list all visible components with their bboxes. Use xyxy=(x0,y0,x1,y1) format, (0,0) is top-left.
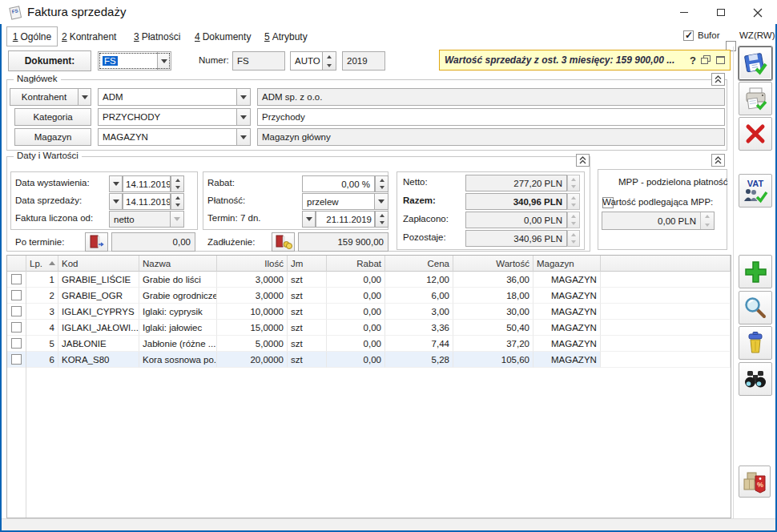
data-wystawienia-calendar-button[interactable] xyxy=(109,175,123,192)
cell-lp: 6 xyxy=(26,352,58,368)
kontrahent-code-value: ADM xyxy=(99,92,236,102)
row-checkbox[interactable] xyxy=(11,354,22,365)
table-row-selected[interactable]: 6 KORA_S80 Kora sosnowa po... 20,0000 sz… xyxy=(7,352,731,368)
assistant-text: Wartość sprzedaży z ost. 3 miesięcy: 159… xyxy=(445,54,685,66)
rabat-field[interactable]: 0,00 % xyxy=(302,175,375,192)
tab-platnosci[interactable]: 3Płatności xyxy=(134,31,180,42)
data-sprzedazy-spinner[interactable] xyxy=(171,193,184,210)
mpp-collapse-button[interactable] xyxy=(711,154,725,167)
zaplacono-label: Zapłacono: xyxy=(403,214,449,224)
print-button[interactable] xyxy=(739,82,772,115)
tab-ogolne[interactable]: 1Ogólne xyxy=(6,26,58,46)
zadluzenie-button[interactable] xyxy=(272,232,295,252)
bufor-checkbox[interactable] xyxy=(683,30,694,41)
table-row[interactable]: 3 IGLAKI_CYPRYS Iglaki: cyprysik 10,0000… xyxy=(7,304,731,320)
table-row[interactable]: 4 IGLAKI_JAŁOWI... Iglaki: jałowiec 15,0… xyxy=(7,320,731,336)
termin-spinner[interactable] xyxy=(375,211,388,228)
termin-calendar-button[interactable] xyxy=(302,211,316,228)
add-item-button[interactable] xyxy=(739,255,772,288)
save-button[interactable] xyxy=(739,46,772,80)
kontrahent-code-combo[interactable]: ADM xyxy=(98,88,251,106)
numer-auto-field[interactable]: AUTO xyxy=(290,51,336,71)
data-sprzedazy-calendar-button[interactable] xyxy=(109,193,123,210)
kontrahent-button[interactable]: Kontrahent xyxy=(10,88,79,106)
naglowek-collapse-button[interactable] xyxy=(711,73,725,86)
col-header-nazwa[interactable]: Nazwa xyxy=(139,256,217,272)
dokument-combo[interactable]: FS xyxy=(98,51,171,71)
zaplacono-value: 0,00 PLN xyxy=(466,216,566,225)
col-header-lp[interactable]: Lp. xyxy=(26,256,58,272)
cell-ilosc: 3,0000 xyxy=(217,288,288,304)
help-icon[interactable]: ? xyxy=(690,54,696,66)
cell-kod: IGLAKI_JAŁOWI... xyxy=(58,320,139,336)
table-row[interactable]: 1 GRABIE_LIŚCIE Grabie do liści 3,0000 s… xyxy=(7,272,731,288)
col-header-jm[interactable]: Jm xyxy=(288,256,327,272)
termin-field[interactable]: 21.11.2019 xyxy=(316,211,375,228)
netto-value: 277,20 PLN xyxy=(466,179,566,188)
data-sprzedazy-field[interactable]: 14.11.2019 xyxy=(123,193,171,210)
magazyn-name-field[interactable]: Magazyn główny xyxy=(257,128,725,146)
chevron-down-icon[interactable] xyxy=(157,52,171,70)
save-floppy-icon xyxy=(743,50,768,76)
row-checkbox[interactable] xyxy=(11,274,22,284)
table-row[interactable]: 2 GRABIE_OGR Grabie ogrodnicze 3,0000 sz… xyxy=(7,288,731,304)
assistant-restore-icon[interactable] xyxy=(701,55,711,65)
cell-wartosc: 50,40 xyxy=(453,320,533,336)
rabat-value: 0,00 % xyxy=(303,179,374,189)
maximize-button[interactable] xyxy=(703,2,739,23)
col-header-wartosc[interactable]: Wartość xyxy=(453,256,533,272)
minimize-button[interactable] xyxy=(666,2,702,23)
cell-rabat: 0,00 xyxy=(327,288,385,304)
cell-jm: szt xyxy=(288,336,327,352)
kontrahent-button-dropdown[interactable] xyxy=(78,88,91,106)
data-wystawienia-label: Data wystawienia: xyxy=(15,178,90,187)
chevron-down-icon[interactable] xyxy=(236,129,250,145)
tab-dokumenty[interactable]: 4Dokumenty xyxy=(195,31,251,42)
data-wystawienia-field[interactable]: 14.11.2019 xyxy=(123,175,171,192)
numer-auto-spinner[interactable] xyxy=(322,52,336,70)
kontrahent-name-field[interactable]: ADM sp. z o.o. xyxy=(257,88,725,106)
vat-button[interactable]: VAT xyxy=(739,174,772,208)
dokument-button[interactable]: Dokument: xyxy=(8,50,91,71)
row-checkbox[interactable] xyxy=(11,338,22,349)
col-header-cena[interactable]: Cena xyxy=(385,256,453,272)
numer-prefix-field[interactable]: FS xyxy=(232,51,285,71)
find-button[interactable] xyxy=(739,362,772,396)
col-header-kod[interactable]: Kod xyxy=(58,256,139,272)
debt-ledger-coins-icon xyxy=(275,235,292,249)
mpp-value: 0,00 PLN xyxy=(602,216,700,226)
row-checkbox[interactable] xyxy=(11,290,22,300)
daty-collapse-button[interactable] xyxy=(576,154,590,167)
close-button[interactable] xyxy=(740,2,775,23)
cell-wartosc: 36,00 xyxy=(453,272,533,288)
cancel-button[interactable] xyxy=(739,117,772,151)
numer-year-field[interactable]: 2019 xyxy=(342,51,385,71)
kategoria-code-combo[interactable]: PRZYCHODY xyxy=(98,108,251,126)
assistant-maximize-icon[interactable] xyxy=(716,56,725,64)
tab-atrybuty[interactable]: 5Atrybuty xyxy=(264,31,308,42)
magazyn-button[interactable]: Magazyn xyxy=(14,128,91,146)
cell-ilosc: 20,0000 xyxy=(217,352,288,368)
chevron-down-icon[interactable] xyxy=(374,194,388,209)
col-header-ilosc[interactable]: Ilość xyxy=(217,256,288,272)
kategoria-button[interactable]: Kategoria xyxy=(14,108,91,126)
row-checkbox[interactable] xyxy=(11,306,22,316)
rabat-spinner[interactable] xyxy=(375,175,388,192)
cell-lp: 4 xyxy=(26,320,58,336)
tab-kontrahent[interactable]: 2Kontrahent xyxy=(62,31,116,42)
magnifier-icon xyxy=(743,295,768,320)
open-item-button[interactable] xyxy=(739,291,772,324)
col-header-magazyn[interactable]: Magazyn xyxy=(533,256,601,272)
kategoria-name-field[interactable]: Przychody xyxy=(257,108,725,126)
col-header-rabat[interactable]: Rabat xyxy=(327,256,385,272)
row-checkbox[interactable] xyxy=(11,322,22,332)
po-terminie-button[interactable] xyxy=(85,232,108,252)
discount-button[interactable]: % xyxy=(739,466,771,498)
data-wystawienia-spinner[interactable] xyxy=(171,175,184,192)
table-row[interactable]: 5 JABŁONIE Jabłonie (różne ... 5,0000 sz… xyxy=(7,336,731,352)
chevron-down-icon[interactable] xyxy=(236,89,250,105)
magazyn-code-combo[interactable]: MAGAZYN xyxy=(98,128,251,146)
platnosc-combo[interactable]: przelew xyxy=(302,193,388,210)
delete-item-button[interactable] xyxy=(739,326,772,360)
chevron-down-icon[interactable] xyxy=(236,109,250,125)
